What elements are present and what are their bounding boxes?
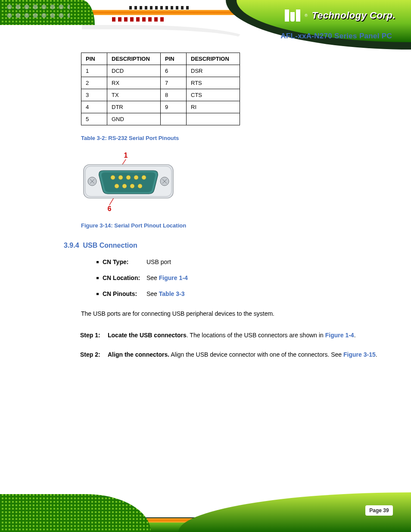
cn-pinouts-row: CN Pinouts: See Table 3-3 — [97, 291, 385, 297]
svg-point-14 — [142, 175, 146, 180]
svg-point-11 — [118, 175, 123, 180]
pinout-table: PIN DESCRIPTION PIN DESCRIPTION 1DCD6DSR… — [81, 53, 240, 125]
table-caption: Table 3-2: RS-232 Serial Port Pinouts — [81, 135, 385, 141]
table-row: 4DTR9RI — [81, 101, 240, 113]
section-title: USB Connection — [83, 242, 137, 249]
desc-a-cell: RX — [107, 77, 161, 89]
db9-connector-icon: 1 6 — [81, 152, 176, 213]
cn-type-row: CN Type: USB port — [97, 259, 385, 265]
figure-1-4-link[interactable]: Figure 1-4 — [159, 274, 188, 281]
pin-b-cell — [161, 113, 187, 125]
header-red-dots — [112, 17, 164, 22]
serial-port-figure: 1 6 — [81, 152, 385, 215]
footer-band: Page 39 — [0, 476, 411, 532]
iei-logo-icon — [285, 9, 300, 22]
desc-b-cell: CTS — [187, 89, 240, 101]
step-1: Locate the USB connectors. The locations… — [97, 329, 385, 342]
svg-point-10 — [111, 175, 115, 180]
intro-text: The USB ports are for connecting USB per… — [81, 308, 385, 320]
section-heading: 3.9.4 USB Connection — [64, 242, 385, 249]
pin-b-cell: 9 — [161, 101, 187, 113]
figure-3-15-link[interactable]: Figure 3-15 — [343, 351, 376, 358]
cn-type-value: USB port — [146, 259, 171, 265]
pin-a-cell: 4 — [81, 101, 107, 113]
cn-type-label: CN Type: — [103, 259, 146, 265]
footer-pcb-art — [0, 494, 151, 532]
col-desc-b: DESCRIPTION — [187, 53, 240, 65]
svg-point-15 — [115, 184, 119, 188]
cn-pinouts-value: See Table 3-3 — [146, 291, 184, 297]
pin-a-cell: 1 — [81, 65, 107, 77]
figure-1-4-link-2[interactable]: Figure 1-4 — [325, 332, 354, 339]
desc-b-cell: DSR — [187, 65, 240, 77]
cn-location-row: CN Location: See Figure 1-4 — [97, 275, 385, 281]
desc-b-cell: RTS — [187, 77, 240, 89]
table-3-3-link[interactable]: Table 3-3 — [159, 290, 185, 297]
header-curve — [82, 25, 250, 40]
table-row: 2RX7RTS — [81, 77, 240, 89]
steps-list: Locate the USB connectors. The locations… — [97, 329, 385, 361]
pin-a-cell: 3 — [81, 89, 107, 101]
col-pin-a: PIN — [81, 53, 107, 65]
desc-a-cell: DCD — [107, 65, 161, 77]
pin-b-cell: 7 — [161, 77, 187, 89]
step-2: Align the connectors. Align the USB devi… — [97, 348, 385, 361]
cn-location-value: See Figure 1-4 — [146, 275, 188, 281]
pin-a-cell: 5 — [81, 113, 107, 125]
pin6-label: 6 — [108, 205, 112, 212]
svg-point-18 — [138, 184, 142, 188]
header-dark-dots — [129, 6, 190, 9]
svg-point-17 — [130, 184, 134, 188]
desc-b-cell — [187, 113, 240, 125]
brand-logo: ® Technology Corp. — [285, 9, 395, 22]
section-number: 3.9.4 — [64, 242, 79, 249]
pin-a-cell: 2 — [81, 77, 107, 89]
header-band: ® Technology Corp. AFL-xxA-N270 Series P… — [0, 0, 411, 50]
cn-pinouts-label: CN Pinouts: — [103, 291, 146, 297]
page-root: ® Technology Corp. AFL-xxA-N270 Series P… — [0, 0, 411, 532]
svg-point-16 — [122, 184, 127, 188]
col-desc-a: DESCRIPTION — [107, 53, 161, 65]
table-row: 1DCD6DSR — [81, 65, 240, 77]
svg-point-13 — [134, 175, 138, 180]
pin-b-cell: 6 — [161, 65, 187, 77]
table-row: 3TX8CTS — [81, 89, 240, 101]
content-area: PIN DESCRIPTION PIN DESCRIPTION 1DCD6DSR… — [0, 48, 411, 484]
header-pcb-art — [0, 0, 95, 25]
desc-b-cell: RI — [187, 101, 240, 113]
table-row: 5GND — [81, 113, 240, 125]
figure-caption: Figure 3-14: Serial Port Pinout Location — [81, 222, 385, 229]
pin-b-cell: 8 — [161, 89, 187, 101]
brand-text: Technology Corp. — [312, 10, 395, 21]
registered-mark: ® — [305, 13, 308, 18]
desc-a-cell: TX — [107, 89, 161, 101]
cn-location-label: CN Location: — [103, 275, 146, 281]
header-swoosh — [226, 0, 411, 50]
table-header-row: PIN DESCRIPTION PIN DESCRIPTION — [81, 53, 240, 65]
connector-info: CN Type: USB port CN Location: See Figur… — [97, 259, 385, 297]
pin1-label: 1 — [124, 152, 128, 159]
desc-a-cell: DTR — [107, 101, 161, 113]
page-number: Page 39 — [365, 505, 393, 516]
desc-a-cell: GND — [107, 113, 161, 125]
svg-point-12 — [126, 175, 131, 180]
product-name: AFL-xxA-N270 Series Panel PC — [280, 32, 392, 40]
col-pin-b: PIN — [161, 53, 187, 65]
